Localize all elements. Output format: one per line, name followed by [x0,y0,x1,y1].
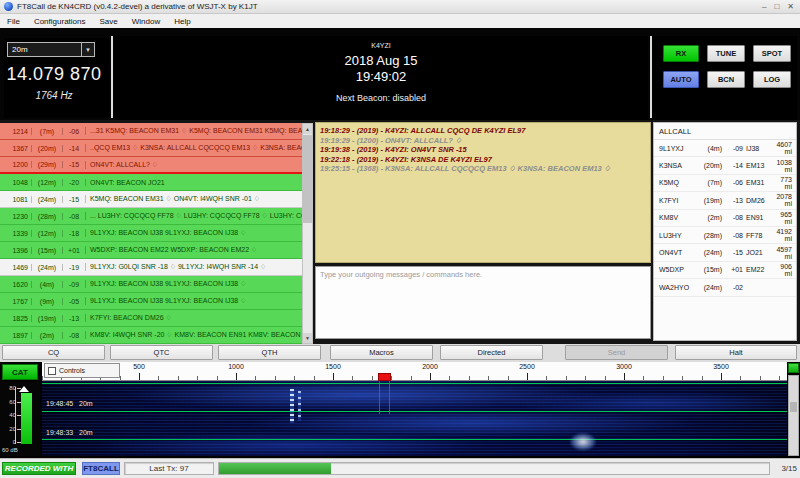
directed-macro-button[interactable]: Directed [440,345,543,360]
heard-age: (20m) [695,162,725,169]
heard-row[interactable]: K7FYI(19m)-13DM262078 mi [654,192,796,209]
tx-frequency-marker[interactable] [378,373,391,381]
signal-trace [298,391,301,421]
heard-call: KM8V [659,214,695,221]
activity-row[interactable]: 1620(4m)-099L1YXJ: BEACON IJ38 9L1YXJ: B… [0,276,302,293]
ruler-label: 3000 [616,363,632,370]
heard-age: (15m) [695,266,725,273]
halt-macro-button[interactable]: Halt [675,345,797,360]
heard-snr: -14 [725,162,746,169]
activity-row[interactable]: 1825(19m)-13K7FYI: BEACON DM26 ♢ [0,310,302,327]
meter-marker-icon[interactable] [19,386,29,392]
heard-row[interactable]: 9L1YXJ(4m)-09IJ384607 mi [654,140,796,157]
utc-time: 19:49:02 [114,69,648,84]
activity-text: 9L1YXJ: BEACON IJ38 9L1YXJ: BEACON IJ38 … [85,297,302,305]
app-icon [4,2,13,11]
scroll-down-icon[interactable]: ▼ [303,333,312,343]
heard-call: 9L1YXJ [659,145,695,152]
scroll-up-icon[interactable]: ▲ [303,124,312,134]
frequency-ruler[interactable]: 500100015002000250030003500 [42,362,787,381]
waterfall-spectrogram[interactable]: 19:48:45 20m19:48:33 20m [42,381,787,456]
rx-message-line: 19:22:18 - (2019) - K4YZI: K3NSA DE K4YZ… [320,155,646,165]
next-beacon-status: Next Beacon: disabled [114,93,648,103]
controls-checkbox[interactable] [48,367,56,375]
meter-tick-label: 0 [0,439,16,445]
macros-macro-button[interactable]: Macros [330,345,433,360]
cq-macro-button[interactable]: CQ [2,345,105,360]
activity-offset: 1825 [0,315,31,322]
waterfall-zoom-handle[interactable] [790,402,797,412]
heard-row[interactable]: LU3HY(28m)-08FF784192 mi [654,227,796,244]
spot-button[interactable]: SPOT [753,45,791,62]
ruler-major-tick [721,373,722,380]
activity-snr: -18 [62,230,85,237]
ruler-label: 500 [133,363,145,370]
ruler-major-tick [527,373,528,380]
heard-row[interactable]: K5MQ(7m)-06EM31773 mi [654,175,796,192]
cat-status-button[interactable]: CAT [2,364,38,380]
bcn-button[interactable]: BCN [707,71,745,88]
heard-grid: DM26 [746,197,772,204]
activity-snr: -14 [62,145,85,152]
activity-row[interactable]: 1230(28m)-08... LU3HY: CQCQCQ FF78 ♢ LU3… [0,208,302,225]
tx-marker-line [389,381,390,414]
activity-snr: -13 [62,315,85,322]
auto-button[interactable]: AUTO [663,71,699,88]
activity-offset: 1367 [0,145,31,152]
outgoing-message-input[interactable] [315,266,651,339]
activity-row[interactable]: 1767(9m)-059L1YXJ: BEACON IJ38 9L1YXJ: B… [0,293,302,310]
activity-row[interactable]: 1048(12m)-20ON4VT: BEACON JO21 [0,174,302,191]
menu-item-window[interactable]: Window [125,17,167,26]
heard-row[interactable]: ON4VT(24m)-15JO214597 mi [654,244,796,261]
waterfall-option-button[interactable] [788,363,799,373]
heard-call: ON4VT [659,249,695,256]
heard-snr: -02 [725,284,746,291]
activity-age: (19m) [31,315,62,322]
activity-age: (4m) [31,281,62,288]
log-button[interactable]: LOG [753,71,791,88]
activity-row[interactable]: 1200(29m)-15ON4VT: ALLCALL? ♢ [0,157,302,174]
activity-row[interactable]: 1469(24m)-199L1YXJ: G0LQI SNR -18 ♢ 9L1Y… [0,259,302,276]
waterfall-display[interactable]: 500100015002000250030003500 Controls 19:… [42,362,787,456]
band-select[interactable]: 20m ▼ [7,42,95,57]
activity-text: 9L1YXJ: BEACON IJ38 9L1YXJ: BEACON IJ38 … [85,280,302,288]
activity-snr: -15 [62,161,85,168]
waterfall-controls-toggle[interactable]: Controls [44,363,120,378]
qtc-macro-button[interactable]: QTC [110,345,213,360]
scrollbar-thumb[interactable] [303,135,312,223]
ruler-label: 1500 [325,363,341,370]
heard-row[interactable]: KM8V(2m)-08EN91965 mi [654,210,796,227]
heard-header[interactable]: ALLCALL [654,123,796,140]
close-icon[interactable]: ✕ [787,0,794,14]
minimize-icon[interactable]: – [762,0,766,14]
activity-snr: +01 [62,247,85,254]
activity-row[interactable]: 1339(12m)-189L1YXJ: BEACON IJ38 9L1YXJ: … [0,225,302,242]
activity-age: (24m) [31,196,62,203]
band-activity-scrollbar[interactable]: ▲ ▼ [302,123,313,344]
heard-row[interactable]: W5DXP(15m)+01EM22906 mi [654,262,796,279]
activity-row[interactable]: 1214(7m)-06...31 K5MQ: BEACON EM31 ♢ K5M… [0,123,302,140]
activity-row[interactable]: 1081(24m)-15K5MQ: BEACON EM31 ♢ ON4VT: I… [0,191,302,208]
activity-row[interactable]: 1367(20m)-14..QCQ EM13 ♢ K3NSA: ALLCALL … [0,140,302,157]
divider [111,36,113,118]
page-indicator: 3/15 [781,464,797,473]
menu-item-help[interactable]: Help [167,17,197,26]
heard-distance: 906 mi [772,263,792,277]
activity-age: (9m) [31,298,62,305]
heard-row[interactable]: K3NSA(20m)-14EM131038 mi [654,157,796,174]
rx-message-log[interactable]: 19:18:29 - (2019) - K4YZI: ALLCALL CQCQ … [315,122,651,263]
rx-message-line: 19:19:38 - (2019) - K4YZI: ON4VT SNR -15 [320,145,646,155]
menu-item-save[interactable]: Save [92,17,124,26]
menu-item-file[interactable]: File [0,17,27,26]
activity-row[interactable]: 1897(2m)-08KM8V: I4WQH SNR -20 ♢ KM8V: B… [0,327,302,344]
heard-row[interactable]: WA2HYO(24m)-02 [654,279,796,296]
menu-item-configurations[interactable]: Configurations [27,17,93,26]
maximize-icon[interactable]: □ [774,0,779,14]
qth-macro-button[interactable]: QTH [218,345,321,360]
activity-age: (29m) [31,161,62,168]
waterfall-zoom-slider[interactable] [788,375,799,456]
rx-button[interactable]: RX [663,45,699,62]
tune-button[interactable]: TUNE [707,45,745,62]
activity-row[interactable]: 1396(15m)+01W5DXP: BEACON EM22 W5DXP: BE… [0,242,302,259]
activity-offset: 1767 [0,298,31,305]
